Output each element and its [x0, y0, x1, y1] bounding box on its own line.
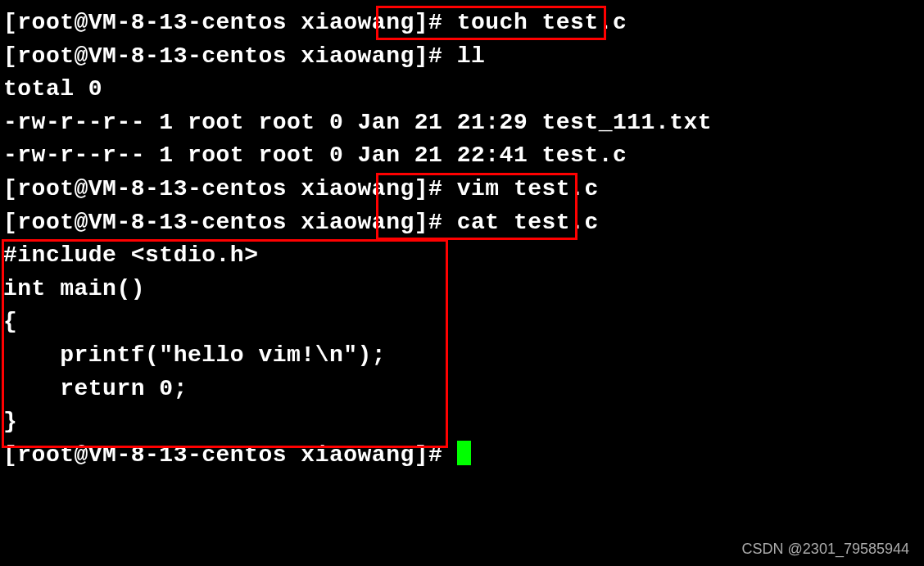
terminal-line[interactable]: [root@VM-8-13-centos xiaowang]# [3, 439, 921, 473]
terminal-output: total 0 [3, 73, 921, 106]
command-text: cat test.c [457, 210, 599, 235]
terminal-output: return 0; [3, 373, 921, 406]
shell-prompt: [root@VM-8-13-centos xiaowang]# [3, 43, 457, 69]
terminal-output: { [3, 306, 921, 339]
shell-prompt: [root@VM-8-13-centos xiaowang]# [3, 10, 457, 35]
command-text: ll [457, 43, 486, 69]
terminal-line: [root@VM-8-13-centos xiaowang]# cat test… [3, 206, 921, 240]
shell-prompt: [root@VM-8-13-centos xiaowang]# [3, 442, 457, 468]
terminal-output: int main() [3, 273, 921, 306]
cursor-icon [457, 441, 471, 465]
watermark-text: CSDN @2301_79585944 [742, 541, 909, 558]
terminal-line: [root@VM-8-13-centos xiaowang]# ll [3, 40, 921, 74]
shell-prompt: [root@VM-8-13-centos xiaowang]# [3, 210, 457, 235]
terminal-line: [root@VM-8-13-centos xiaowang]# vim test… [3, 173, 921, 206]
terminal-output: -rw-r--r-- 1 root root 0 Jan 21 22:41 te… [3, 139, 921, 173]
shell-prompt: [root@VM-8-13-centos xiaowang]# [3, 176, 457, 201]
command-text: vim test.c [457, 176, 599, 201]
terminal-output: -rw-r--r-- 1 root root 0 Jan 21 21:29 te… [3, 106, 921, 140]
terminal-output: printf("hello vim!\n"); [3, 339, 921, 373]
terminal-output: #include <stdio.h> [3, 239, 921, 273]
terminal-output: } [3, 405, 921, 439]
terminal-line: [root@VM-8-13-centos xiaowang]# touch te… [3, 7, 921, 40]
command-text: touch test.c [457, 10, 627, 35]
